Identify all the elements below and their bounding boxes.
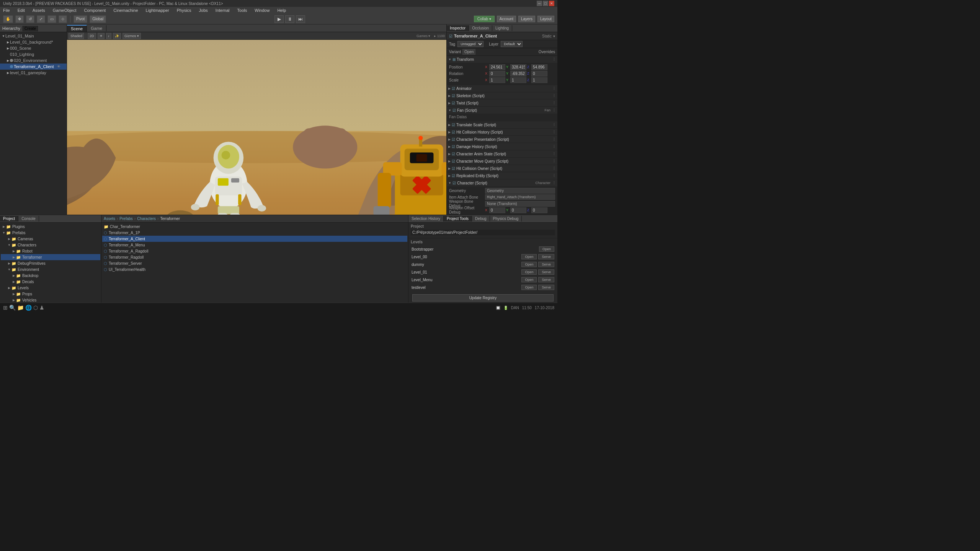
tab-debug[interactable]: Debug xyxy=(472,216,490,222)
tag-select[interactable]: Untagged xyxy=(457,41,483,47)
gizmos-btn[interactable]: Gizmos ▾ xyxy=(122,33,141,39)
tree-cameras[interactable]: ▶📁Cameras xyxy=(1,236,100,242)
menu-assets[interactable]: Assets xyxy=(31,8,47,13)
serve-btn-Level_Menu[interactable]: Serve xyxy=(538,277,554,282)
search-icon[interactable]: 🔍 xyxy=(9,305,16,311)
layout-btn[interactable]: Layout xyxy=(537,16,554,22)
serve-btn-dummy[interactable]: Serve xyxy=(538,262,554,267)
layers-btn[interactable]: Layers xyxy=(518,16,535,22)
layer-select[interactable]: Default xyxy=(501,41,523,47)
open-btn-Level_Menu[interactable]: Open xyxy=(521,277,537,282)
serve-btn-Level_00[interactable]: Serve xyxy=(538,254,554,259)
menu-tools[interactable]: Tools xyxy=(236,8,249,13)
maximize-btn[interactable]: □ xyxy=(543,1,548,6)
file-tf-a-menu[interactable]: ⬡ Terraformer_A_Menu xyxy=(102,242,407,248)
pos-x[interactable] xyxy=(489,64,505,70)
menu-file[interactable]: File xyxy=(2,8,11,13)
hierarchy-item-020_environment[interactable]: ▶020_Environment xyxy=(0,57,67,64)
toolbar-hand-btn[interactable]: ✋ xyxy=(3,15,13,23)
tree-prefabs[interactable]: ▼📁Prefabs xyxy=(1,230,100,236)
tree-robot[interactable]: ▶📁Robot xyxy=(1,248,100,254)
component-damage-history-header[interactable]: ▶ ☑ Damage History (Script) ⋮ xyxy=(447,143,557,150)
rot-z[interactable] xyxy=(531,71,547,77)
breadcrumb-terraformer[interactable]: Terraformer xyxy=(160,217,180,221)
file-char-terraformer[interactable]: 📁 Char_Terraformer xyxy=(102,223,407,230)
unity-icon[interactable]: ⬡ xyxy=(33,305,38,311)
component-char-move-query-header[interactable]: ▶ ☑ Character Move Query (Script) ⋮ xyxy=(447,158,557,165)
tab-game[interactable]: Game xyxy=(87,25,106,31)
audio-btn[interactable]: ♪ xyxy=(106,33,112,39)
component-twist-header[interactable]: ▶ ☑ Twist (Script) ⋮ xyxy=(447,99,557,106)
open-btn-dummy[interactable]: Open xyxy=(521,262,537,267)
pos-z[interactable] xyxy=(531,64,547,70)
browser-icon[interactable]: 🌐 xyxy=(25,305,32,311)
hierarchy-item-level_01_main[interactable]: ▼Level_01_Main xyxy=(0,33,67,39)
open-btn-testlevel[interactable]: Open xyxy=(521,285,537,290)
component-character-header[interactable]: ▼ ☑ Character (Script) Character ⋮ xyxy=(447,179,557,186)
tree-decals[interactable]: ▶📁Decals xyxy=(1,279,100,285)
menu-physics[interactable]: Physics xyxy=(175,8,193,13)
tab-console[interactable]: Console xyxy=(18,216,39,222)
rot-y[interactable] xyxy=(510,71,526,77)
shaded-btn[interactable]: Shaded xyxy=(69,33,84,39)
component-char-anim-header[interactable]: ▶ ☑ Character Anim State (Script) ⋮ xyxy=(447,150,557,157)
tab-project-tools[interactable]: Project Tools xyxy=(444,216,472,222)
component-hit-collision-owner-header[interactable]: ▶ ☑ Hit Collision Owner (Script) ⋮ xyxy=(447,165,557,172)
breadcrumb-characters[interactable]: Characters xyxy=(137,217,156,221)
hierarchy-item-terraformer_a_client[interactable]: Terraformer_A_Client👁 xyxy=(0,64,67,70)
component-translate-scale-header[interactable]: ▶ ☑ Translate Scale (Script) ⋮ xyxy=(447,121,557,128)
tree-terraformer[interactable]: ▶📁Terraformer xyxy=(1,254,100,260)
update-registry-btn[interactable]: Update Registry xyxy=(412,294,554,302)
scale-z[interactable] xyxy=(531,77,547,83)
file-ui-tf-health[interactable]: ⬡ UI_TerraformerHealth xyxy=(102,266,407,272)
scale-y[interactable] xyxy=(510,77,526,83)
woff-x[interactable] xyxy=(489,207,505,213)
account-btn[interactable]: Account xyxy=(497,16,516,22)
fx-btn[interactable]: ✨ xyxy=(113,33,121,39)
breadcrumb-prefabs[interactable]: Prefabs xyxy=(119,217,132,221)
object-enabled-checkbox[interactable]: ☑ xyxy=(449,34,452,38)
file-tf-server[interactable]: ⬡ Terraformer_Server xyxy=(102,260,407,266)
close-btn[interactable]: ✕ xyxy=(549,1,554,6)
tab-lighting[interactable]: Lighting xyxy=(492,25,512,31)
minimize-btn[interactable]: ─ xyxy=(537,1,542,6)
2d-btn[interactable]: 2D xyxy=(88,33,96,39)
lights-btn[interactable]: ☀ xyxy=(98,33,105,39)
hierarchy-item-level_01_background[interactable]: ▶Level_01_background* xyxy=(0,39,67,45)
menu-edit[interactable]: Edit xyxy=(16,8,26,13)
toolbar-rotate-btn[interactable]: ↺ xyxy=(26,15,34,23)
menu-component[interactable]: Component xyxy=(82,8,107,13)
hierarchy-item-000_scene[interactable]: ▶000_Scene xyxy=(0,45,67,51)
folder-icon[interactable]: 📁 xyxy=(17,305,24,311)
menu-lightmapper[interactable]: Lightmapper xyxy=(144,8,171,13)
menu-jobs[interactable]: Jobs xyxy=(198,8,209,13)
scale-x[interactable] xyxy=(489,77,505,83)
pause-btn[interactable]: ⏸ xyxy=(285,15,294,23)
component-animator-header[interactable]: ▶ ☑ Animator ⋮ xyxy=(447,85,557,92)
file-tf-a-client[interactable]: ⬡ Terraformer_A_Client xyxy=(102,236,407,242)
component-transform-header[interactable]: ▼ ⊞ Transform ⋮ xyxy=(447,56,557,63)
serve-btn-Level_01[interactable]: Serve xyxy=(538,269,554,275)
pivot-btn[interactable]: Pivot xyxy=(74,15,87,23)
toolbar-rect-btn[interactable]: ▭ xyxy=(47,15,56,23)
component-skeleton-header[interactable]: ▶ ☑ Skeleton (Script) ⋮ xyxy=(447,92,557,99)
step-btn[interactable]: ⏭ xyxy=(296,15,305,23)
hierarchy-item-level_01_gameplay[interactable]: ▶level_01_gameplay xyxy=(0,70,67,76)
tree-plugins[interactable]: ▶📁Plugins xyxy=(1,223,100,230)
tab-selection-history[interactable]: Selection History xyxy=(408,216,444,222)
menu-cinemachine[interactable]: Cinemachine xyxy=(112,8,139,13)
play-btn[interactable]: ▶ xyxy=(274,15,284,23)
collab-btn[interactable]: Collab ▾ xyxy=(474,16,495,22)
tree-characters[interactable]: ▼📁Characters xyxy=(1,242,100,248)
toolbar-scale-btn[interactable]: ⤢ xyxy=(37,15,45,23)
pos-y[interactable] xyxy=(510,64,526,70)
tree-backdrop[interactable]: ▶📁Backdrop xyxy=(1,272,100,279)
menu-help[interactable]: Help xyxy=(276,8,287,13)
component-char-presentation-header[interactable]: ▶ ☑ Character Presentation (Script) ⋮ xyxy=(447,136,557,143)
file-tf-a-1p[interactable]: ⬡ Terraformer_A_1P xyxy=(102,230,407,236)
file-tf-a-ragdoll[interactable]: ⬡ Terraformer_A_Ragdoll xyxy=(102,248,407,254)
transform-settings[interactable]: ⋮ xyxy=(552,57,556,61)
tree-vehicles[interactable]: ▶📁Vehicles xyxy=(1,297,100,303)
eye-terraformer_a_client[interactable]: 👁 xyxy=(57,65,60,68)
extra-icon[interactable]: ♟ xyxy=(39,305,44,311)
